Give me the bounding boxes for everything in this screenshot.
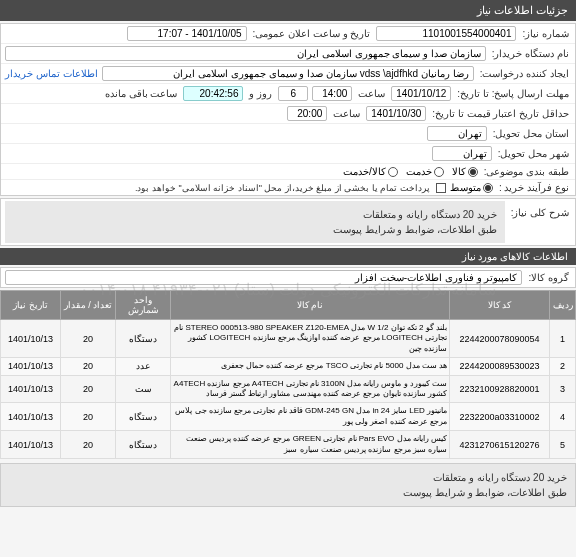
cell-name: هد ست مدل 5000 نام تجارتی TSCO مرجع عرضه… [171,358,450,375]
deadline-label: مهلت ارسال پاسخ: تا تاریخ: [455,88,571,99]
cell-n: 3 [550,375,576,403]
deadline-time-field: 14:00 [312,86,352,101]
cell-code: 2244200078090054 [450,320,550,358]
public-dt-field: 1401/10/05 - 17:07 [127,26,247,41]
time-label-1: ساعت [356,88,387,99]
radio-service[interactable]: خدمت [406,166,444,177]
radio-icon [434,167,444,177]
desc-line1: خرید 20 دستگاه رایانه و متعلقات [13,207,497,222]
deadline-date-field: 1401/10/12 [391,86,451,101]
buyer-field: سازمان صدا و سیمای جمهوری اسلامی ایران [5,46,486,61]
th-code: کد کالا [450,291,550,320]
footer-line2: طبق اطلاعات، ضوابط و شرایط پیوست [9,485,567,500]
radio-metavast[interactable]: متوسط [450,182,493,193]
th-unit: واحد شمارش [116,291,171,320]
cell-n: 4 [550,403,576,431]
cell-unit: دستگاه [116,403,171,431]
cell-unit: ست [116,375,171,403]
cell-qty: 20 [61,375,116,403]
th-n: ردیف [550,291,576,320]
cell-code: 4231270615120276 [450,431,550,459]
cell-qty: 20 [61,431,116,459]
need-info-section: شماره نیاز: 1101001554000401 تاریخ و ساع… [0,23,576,196]
contact-link[interactable]: اطلاعات تماس خریدار [5,68,98,79]
days-label: روز و [247,88,274,99]
cell-date: 1401/10/13 [1,403,61,431]
city-field: تهران [432,146,492,161]
category-label: طبقه بندی موضوعی: [482,166,571,177]
cell-qty: 20 [61,403,116,431]
page-title: جزئیات اطلاعات نیاز [477,4,568,16]
purchase-type-label: نوع فرآیند خرید : [497,182,571,193]
cell-unit: دستگاه [116,431,171,459]
desc-label: شرح کلی نیاز: [509,201,571,218]
credit-end-date-field: 1401/10/30 [366,106,426,121]
cell-code: 2232100928820001 [450,375,550,403]
cell-code: 2244200089530023 [450,358,550,375]
public-dt-label: تاریخ و ساعت اعلان عمومی: [251,28,373,39]
cell-n: 5 [550,431,576,459]
cell-name: مانیتور LED سایز 24 in مدل GDM-245 GN فا… [171,403,450,431]
cell-n: 1 [550,320,576,358]
cell-n: 2 [550,358,576,375]
cell-date: 1401/10/13 [1,320,61,358]
cell-name: ست کیبورد و ماوس رایانه مدل 3100N نام تج… [171,375,450,403]
th-name: نام کالا [171,291,450,320]
countdown-field: 20:42:56 [183,86,243,101]
cell-name: کیس رایانه مدل Pars EVO نام تجارتی GREEN… [171,431,450,459]
need-no-field: 1101001554000401 [376,26,516,41]
buyer-label: نام دستگاه خریدار: [490,48,571,59]
time-label-2: ساعت [331,108,362,119]
days-field: 6 [278,86,308,101]
province-field: تهران [427,126,487,141]
requester-field: رضا رمانیان vdss \ajdfhkd سازمان صدا و س… [102,66,474,81]
radio-icon [388,167,398,177]
desc-box: خرید 20 دستگاه رایانه و متعلقات طبق اطلا… [5,201,505,243]
cell-date: 1401/10/13 [1,431,61,459]
credit-end-label: حداقل تاریخ اعتبار قیمت تا تاریخ: [430,108,571,119]
requester-label: ایجاد کننده درخواست: [478,68,571,79]
table-row: 22244200089530023هد ست مدل 5000 نام تجار… [1,358,576,375]
th-qty: تعداد / مقدار [61,291,116,320]
items-header: اطلاعات کالاهای مورد نیاز [0,248,576,265]
radio-icon [468,167,478,177]
footer-desc: خرید 20 دستگاه رایانه و متعلقات طبق اطلا… [0,463,576,507]
group-label: گروه کالا: [526,272,571,283]
credit-end-time-field: 20:00 [287,106,327,121]
radio-kala-service-label: کالا/خدمت [343,166,386,177]
radio-metavast-label: متوسط [450,182,481,193]
desc-section: شرح کلی نیاز: خرید 20 دستگاه رایانه و مت… [0,198,576,246]
radio-kala-service[interactable]: کالا/خدمت [343,166,398,177]
cell-code: 2232200a03310002 [450,403,550,431]
radio-kala-label: کالا [452,166,466,177]
desc-line2: طبق اطلاعات، ضوابط و شرایط پیوست [13,222,497,237]
remain-label: ساعت باقی مانده [103,88,180,99]
radio-icon [483,183,493,193]
table-header-row: ردیف کد کالا نام کالا واحد شمارش تعداد /… [1,291,576,320]
table-row: 32232100928820001ست کیبورد و ماوس رایانه… [1,375,576,403]
cell-date: 1401/10/13 [1,375,61,403]
city-label: شهر محل تحویل: [496,148,571,159]
th-date: تاریخ نیاز [1,291,61,320]
cell-unit: دستگاه [116,320,171,358]
table-row: 54231270615120276کیس رایانه مدل Pars EVO… [1,431,576,459]
items-table: ردیف کد کالا نام کالا واحد شمارش تعداد /… [0,290,576,459]
cell-date: 1401/10/13 [1,358,61,375]
table-row: 42232200a03310002مانیتور LED سایز 24 in … [1,403,576,431]
need-no-label: شماره نیاز: [520,28,571,39]
treasury-checkbox[interactable] [436,183,446,193]
province-label: استان محل تحویل: [491,128,571,139]
group-field: کامپیوتر و فناوری اطلاعات-سخت افزار [5,270,522,285]
radio-kala[interactable]: کالا [452,166,478,177]
cell-qty: 20 [61,358,116,375]
cell-unit: عدد [116,358,171,375]
purchase-note: پرداخت تمام یا بخشی از مبلغ خرید،از محل … [133,183,432,193]
footer-line1: خرید 20 دستگاه رایانه و متعلقات [9,470,567,485]
group-section: گروه کالا: کامپیوتر و فناوری اطلاعات-سخت… [0,267,576,288]
category-radio-group: کالا خدمت کالا/خدمت [343,166,478,177]
cell-name: بلند گو 2 تکه توان W 1/2 مدل STEREO 0005… [171,320,450,358]
table-row: 12244200078090054بلند گو 2 تکه توان W 1/… [1,320,576,358]
radio-service-label: خدمت [406,166,432,177]
page-title-bar: جزئیات اطلاعات نیاز [0,0,576,21]
cell-qty: 20 [61,320,116,358]
